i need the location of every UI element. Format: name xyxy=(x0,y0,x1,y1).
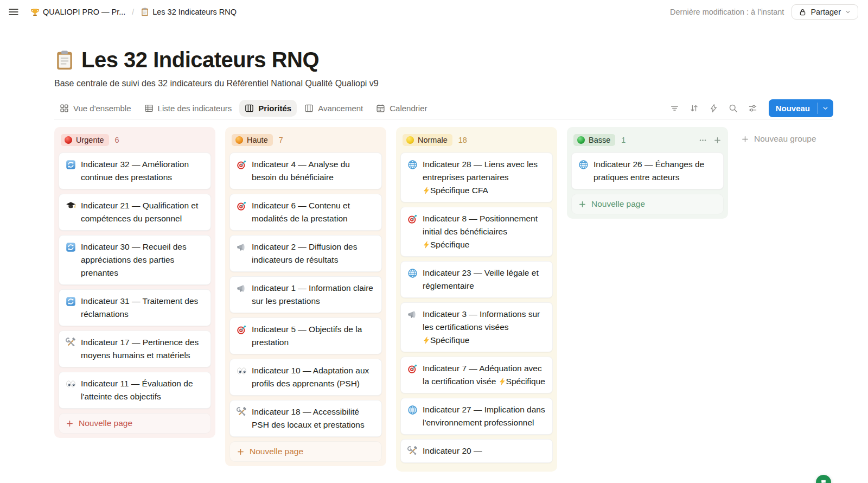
card-indicateur-3[interactable]: Indicateur 3 — Informations sur les cert… xyxy=(400,302,553,352)
breadcrumb-page[interactable]: Les 32 Indicateurs RNQ xyxy=(138,7,239,17)
megaphone-icon xyxy=(407,309,418,320)
card-title: Indicateur 26 — Échanges de pratiques en… xyxy=(593,158,717,184)
page-title: Les 32 Indicateurs RNQ xyxy=(81,48,319,72)
card-title: Indicateur 21 — Qualification et compéte… xyxy=(81,199,204,225)
grid-icon xyxy=(60,104,69,113)
card-indicateur-17[interactable]: Indicateur 17 — Pertinence des moyens hu… xyxy=(59,331,211,367)
bolt-icon xyxy=(499,378,506,385)
board-column-normale: Normale 18 Indicateur 28 — Liens avec le… xyxy=(396,127,557,472)
plus-icon xyxy=(578,200,586,208)
card-indicateur-6[interactable]: Indicateur 6 — Contenu et modalités de l… xyxy=(229,194,382,231)
search-icon[interactable] xyxy=(725,100,742,117)
calendar-icon xyxy=(376,104,385,113)
target-icon xyxy=(407,214,418,224)
column-header-haute[interactable]: Haute 7 xyxy=(229,131,382,152)
card-title: Indicateur 11 — Évaluation de l'atteinte… xyxy=(81,377,204,403)
red-circle-icon xyxy=(65,136,72,144)
new-group-button[interactable]: Nouveau groupe xyxy=(738,127,820,151)
card-title: Indicateur 2 — Diffusion des indicateurs… xyxy=(252,240,375,266)
status-badge: Urgente xyxy=(61,134,109,146)
card-title: Indicateur 3 — Informations sur les cert… xyxy=(423,308,546,347)
card-title: Indicateur 6 — Contenu et modalités de l… xyxy=(252,199,375,225)
globe-icon xyxy=(407,405,418,415)
chat-bubble-icon xyxy=(820,478,827,483)
hamburger-menu-icon[interactable] xyxy=(8,6,20,18)
bolt-icon xyxy=(423,336,430,344)
card-indicateur-5[interactable]: Indicateur 5 — Objectifs de la prestatio… xyxy=(229,317,382,354)
column-count: 6 xyxy=(115,136,119,144)
column-header-urgente[interactable]: Urgente 6 xyxy=(59,131,211,152)
card-indicateur-8[interactable]: Indicateur 8 — Positionnement initial de… xyxy=(400,207,553,257)
status-badge: Basse xyxy=(573,134,615,146)
status-badge: Haute xyxy=(232,134,273,146)
lock-icon xyxy=(799,8,807,16)
settings-sliders-icon[interactable] xyxy=(745,100,761,117)
sort-icon[interactable] xyxy=(686,100,703,117)
orange-circle-icon xyxy=(235,136,243,144)
specifique-tag: Spécifique xyxy=(423,240,469,249)
card-title: Indicateur 23 — Veille légale et régleme… xyxy=(423,266,546,293)
new-button[interactable]: Nouveau xyxy=(769,99,833,117)
new-page-button[interactable]: Nouvelle page xyxy=(571,194,724,214)
card-title: Indicateur 31 — Traitement des réclamati… xyxy=(81,295,204,321)
card-indicateur-2[interactable]: Indicateur 2 — Diffusion des indicateurs… xyxy=(229,235,382,272)
breadcrumb-separator: / xyxy=(132,8,134,16)
card-indicateur-28[interactable]: Indicateur 28 — Liens avec les entrepris… xyxy=(400,152,553,202)
megaphone-icon xyxy=(237,283,247,294)
help-chat-button[interactable] xyxy=(816,475,831,483)
workspace-name: QUALIOPI PRO — Pr... xyxy=(43,8,125,16)
tab-liste-des-indicateurs[interactable]: Liste des indicateurs xyxy=(139,100,238,117)
page-name: Les 32 Indicateurs RNQ xyxy=(152,8,237,16)
card-title: Indicateur 18 — Accessibilité PSH des lo… xyxy=(252,405,375,431)
card-indicateur-4[interactable]: Indicateur 4 — Analyse du besoin du béné… xyxy=(229,152,382,189)
column-header-basse[interactable]: Basse 1 xyxy=(571,131,724,152)
table-icon xyxy=(144,104,154,113)
graduation-cap-icon xyxy=(66,201,76,211)
status-badge: Normale xyxy=(403,134,452,146)
more-options-dots-icon[interactable] xyxy=(699,136,707,144)
plus-icon xyxy=(237,448,245,456)
card-title: Indicateur 10 — Adaptation aux profils d… xyxy=(252,364,375,390)
column-count: 7 xyxy=(279,136,283,144)
target-icon xyxy=(237,160,247,170)
filter-icon[interactable] xyxy=(667,100,683,117)
column-header-normale[interactable]: Normale 18 xyxy=(400,131,553,152)
breadcrumb-workspace[interactable]: QUALIOPI PRO — Pr... xyxy=(28,7,127,18)
card-indicateur-1[interactable]: Indicateur 1 — Information claire sur le… xyxy=(229,276,382,313)
card-indicateur-21[interactable]: Indicateur 21 — Qualification et compéte… xyxy=(59,194,211,231)
card-title: Indicateur 1 — Information claire sur le… xyxy=(252,282,375,308)
board-column-haute: Haute 7 Indicateur 4 — Analyse du besoin… xyxy=(225,127,386,466)
specifique-tag: Spécifique xyxy=(423,335,469,345)
card-indicateur-32[interactable]: Indicateur 32 — Amélioration continue de… xyxy=(59,152,211,189)
tab-priorites[interactable]: Priorités xyxy=(239,100,297,117)
card-indicateur-23[interactable]: Indicateur 23 — Veille légale et régleme… xyxy=(400,261,553,298)
card-indicateur-26[interactable]: Indicateur 26 — Échanges de pratiques en… xyxy=(571,152,724,189)
target-icon xyxy=(237,201,247,211)
card-indicateur-27[interactable]: Indicateur 27 — Implication dans l'envir… xyxy=(400,398,553,435)
bolt-icon xyxy=(423,241,430,249)
card-indicateur-10[interactable]: Indicateur 10 — Adaptation aux profils d… xyxy=(229,359,382,396)
card-indicateur-20[interactable]: Indicateur 20 — xyxy=(400,439,553,463)
card-indicateur-30[interactable]: Indicateur 30 — Recueil des appréciation… xyxy=(59,235,211,285)
eyes-icon xyxy=(66,379,76,389)
automation-zap-icon[interactable] xyxy=(706,100,722,117)
refresh-icon xyxy=(66,296,76,307)
new-button-chevron-down-icon[interactable] xyxy=(818,99,833,117)
refresh-icon xyxy=(66,242,76,252)
card-indicateur-31[interactable]: Indicateur 31 — Traitement des réclamati… xyxy=(59,289,211,326)
tab-vue-densemble[interactable]: Vue d'ensemble xyxy=(54,100,137,117)
page-clipboard-icon xyxy=(54,50,75,71)
share-button[interactable]: Partager xyxy=(792,4,858,20)
card-indicateur-7[interactable]: Indicateur 7 — Adéquation avec la certif… xyxy=(400,357,553,393)
tab-calendrier[interactable]: Calendrier xyxy=(371,100,432,117)
board-column-basse: Basse 1 Indicateur 26 — Échanges de prat… xyxy=(567,127,728,219)
card-indicateur-18[interactable]: Indicateur 18 — Accessibilité PSH des lo… xyxy=(229,400,382,437)
add-card-plus-icon[interactable] xyxy=(713,136,722,144)
tab-avancement[interactable]: Avancement xyxy=(299,100,368,117)
new-page-button[interactable]: Nouvelle page xyxy=(229,441,382,462)
new-page-button[interactable]: Nouvelle page xyxy=(59,413,211,434)
card-indicateur-11[interactable]: Indicateur 11 — Évaluation de l'atteinte… xyxy=(59,372,211,409)
card-title: Indicateur 17 — Pertinence des moyens hu… xyxy=(81,336,204,362)
card-title: Indicateur 8 — Positionnement initial de… xyxy=(423,212,546,251)
tools-icon xyxy=(237,407,247,417)
